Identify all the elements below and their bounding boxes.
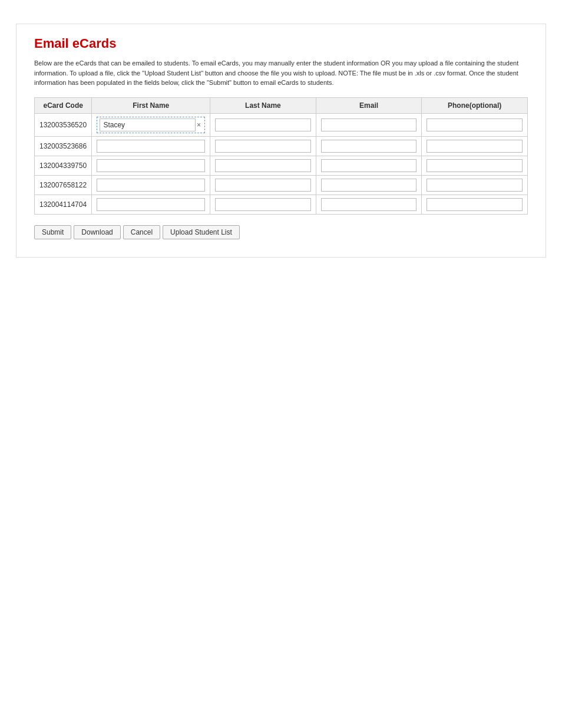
first-name-cell <box>92 195 210 214</box>
last-name-input-4[interactable] <box>215 198 311 211</box>
email-input-1[interactable] <box>321 140 417 153</box>
email-cell <box>316 136 422 156</box>
clear-first-name-button[interactable]: × <box>196 121 202 129</box>
ecard-code-cell: 132007658122 <box>35 175 92 195</box>
email-cell <box>316 195 422 214</box>
last-name-cell <box>210 113 316 136</box>
last-name-cell <box>210 156 316 175</box>
download-button[interactable]: Download <box>74 225 120 239</box>
ecard-code-cell: 132003536520 <box>35 113 92 136</box>
email-cell <box>316 113 422 136</box>
table-header-row: eCard Code First Name Last Name Email Ph… <box>35 97 528 113</box>
first-name-wrapper: × <box>97 117 205 133</box>
first-name-cell: × <box>92 113 210 136</box>
email-input-3[interactable] <box>321 179 417 192</box>
first-name-cell <box>92 175 210 195</box>
first-name-input-2[interactable] <box>97 159 205 172</box>
ecard-table: eCard Code First Name Last Name Email Ph… <box>34 97 528 215</box>
email-input-2[interactable] <box>321 159 417 172</box>
table-row: 132004114704 <box>35 195 528 214</box>
last-name-cell <box>210 195 316 214</box>
phone-input-2[interactable] <box>427 159 523 172</box>
table-row: 132003536520× <box>35 113 528 136</box>
email-cell <box>316 175 422 195</box>
phone-input-3[interactable] <box>427 179 523 192</box>
col-header-phone: Phone(optional) <box>422 97 528 113</box>
first-name-input-3[interactable] <box>97 179 205 192</box>
email-input-4[interactable] <box>321 198 417 211</box>
col-header-ecard-code: eCard Code <box>35 97 92 113</box>
ecard-code-cell: 132003523686 <box>35 136 92 156</box>
page-description: Below are the eCards that can be emailed… <box>34 58 528 88</box>
button-bar: Submit Download Cancel Upload Student Li… <box>34 225 528 239</box>
last-name-input-2[interactable] <box>215 159 311 172</box>
phone-cell <box>422 113 528 136</box>
table-row: 132003523686 <box>35 136 528 156</box>
col-header-first-name: First Name <box>92 97 210 113</box>
last-name-cell <box>210 175 316 195</box>
phone-input-1[interactable] <box>427 140 523 153</box>
email-cell <box>316 156 422 175</box>
phone-cell <box>422 175 528 195</box>
email-input-0[interactable] <box>321 118 417 131</box>
col-header-email: Email <box>316 97 422 113</box>
submit-button[interactable]: Submit <box>34 225 71 239</box>
upload-student-list-button[interactable]: Upload Student List <box>163 225 240 239</box>
ecard-code-cell: 132004339750 <box>35 156 92 175</box>
first-name-input-4[interactable] <box>97 198 205 211</box>
last-name-input-3[interactable] <box>215 179 311 192</box>
last-name-cell <box>210 136 316 156</box>
last-name-input-0[interactable] <box>215 118 311 131</box>
phone-input-0[interactable] <box>427 118 523 131</box>
ecard-code-cell: 132004114704 <box>35 195 92 214</box>
last-name-input-1[interactable] <box>215 140 311 153</box>
first-name-cell <box>92 156 210 175</box>
phone-input-4[interactable] <box>427 198 523 211</box>
phone-cell <box>422 136 528 156</box>
page-container: Email eCards Below are the eCards that c… <box>16 24 546 258</box>
col-header-last-name: Last Name <box>210 97 316 113</box>
first-name-cell <box>92 136 210 156</box>
phone-cell <box>422 195 528 214</box>
table-row: 132007658122 <box>35 175 528 195</box>
first-name-input-0[interactable] <box>100 118 196 131</box>
page-title: Email eCards <box>34 36 528 51</box>
phone-cell <box>422 156 528 175</box>
cancel-button[interactable]: Cancel <box>123 225 160 239</box>
table-row: 132004339750 <box>35 156 528 175</box>
first-name-input-1[interactable] <box>97 140 205 153</box>
